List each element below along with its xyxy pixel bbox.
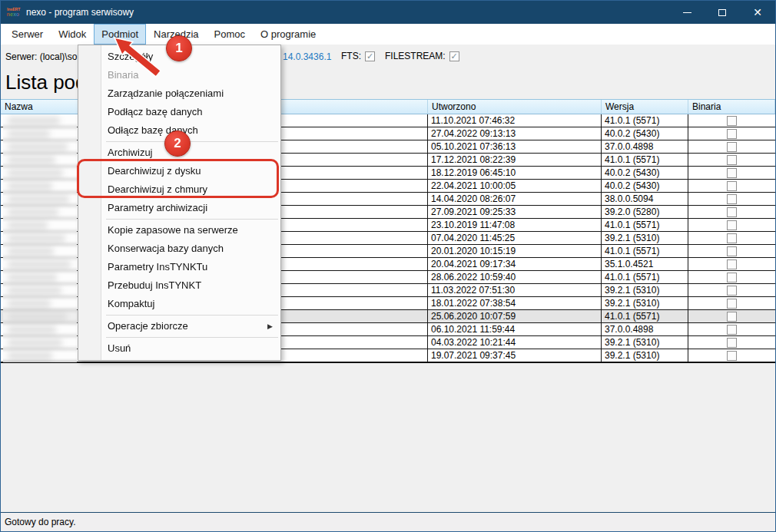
cell-wersja: 40.0.2 (5430)	[602, 127, 688, 140]
cell-binaria	[688, 284, 775, 296]
blurred-name	[8, 222, 48, 229]
menu-item-parametry-archiwizacji[interactable]: Parametry archiwizacji	[78, 199, 280, 217]
cell-utworzono: 22.04.2021 10:00:05	[428, 180, 602, 192]
menubar-item-widok[interactable]: Widok	[51, 24, 94, 45]
fts-checkbox[interactable]: ✓	[365, 51, 375, 61]
column-header-utworzono[interactable]: Utworzono	[428, 100, 602, 114]
annotation-highlight-box	[77, 159, 279, 198]
sql-version: 14.0.3436.1	[283, 51, 331, 62]
minimize-button[interactable]	[669, 1, 705, 24]
cell-binaria	[688, 193, 775, 205]
blurred-name	[8, 313, 67, 320]
blurred-name	[8, 157, 55, 164]
binaria-checkbox[interactable]	[727, 155, 737, 165]
cell-utworzono: 14.04.2020 08:26:07	[428, 193, 602, 205]
binaria-checkbox[interactable]	[727, 286, 737, 296]
menu-separator	[106, 219, 278, 220]
column-header-binaria[interactable]: Binaria	[688, 100, 775, 114]
menu-item-kompaktuj[interactable]: Kompaktuj	[78, 295, 280, 313]
maximize-button[interactable]	[705, 1, 740, 24]
blurred-name	[8, 300, 51, 307]
binaria-checkbox[interactable]	[727, 273, 737, 283]
cell-utworzono: 25.06.2020 10:07:59	[428, 310, 602, 322]
menu-item-usuń[interactable]: Usuń	[78, 339, 280, 358]
cell-binaria	[688, 297, 775, 309]
cell-binaria	[688, 336, 775, 349]
menubar-item-o-programie[interactable]: O programie	[253, 24, 323, 45]
menubar-item-pomoc[interactable]: Pomoc	[207, 24, 253, 45]
blurred-name	[8, 196, 69, 203]
annotation-arrow-icon	[108, 31, 170, 85]
cell-wersja: 41.0.1 (5571)	[602, 154, 688, 166]
server-label: Serwer: (local)\so	[5, 51, 78, 62]
blurred-name	[8, 274, 57, 281]
binaria-checkbox[interactable]	[727, 181, 737, 191]
cell-wersja: 41.0.1 (5571)	[602, 271, 688, 283]
cell-utworzono: 28.06.2022 10:59:40	[428, 271, 602, 283]
cell-wersja: 39.2.1 (5310)	[602, 284, 688, 296]
binaria-checkbox[interactable]	[727, 259, 737, 269]
blurred-name	[8, 339, 62, 346]
column-header-wersja[interactable]: Wersja	[602, 100, 688, 114]
cell-binaria	[688, 258, 775, 270]
cell-binaria	[688, 349, 775, 362]
menu-item-konserwacja-bazy-danych[interactable]: Konserwacja bazy danych	[78, 240, 280, 258]
cell-wersja: 37.0.0.4898	[602, 323, 688, 335]
cell-utworzono: 18.12.2019 06:45:10	[428, 167, 602, 179]
annotation-step-2: 2	[164, 131, 191, 157]
binaria-checkbox[interactable]	[727, 246, 737, 256]
cell-utworzono: 11.03.2022 07:51:30	[428, 284, 602, 296]
binaria-checkbox[interactable]	[727, 142, 737, 152]
binaria-checkbox[interactable]	[727, 116, 737, 126]
fts-flag: FTS: ✓	[341, 51, 375, 61]
binaria-checkbox[interactable]	[727, 129, 737, 139]
cell-binaria	[688, 232, 775, 244]
status-text: Gotowy do pracy.	[5, 517, 75, 527]
menu-item-przebuduj-instynkt[interactable]: Przebuduj InsTYNKT	[78, 276, 280, 295]
binaria-checkbox[interactable]	[727, 338, 737, 348]
cell-binaria	[688, 219, 775, 231]
binaria-checkbox[interactable]	[727, 233, 737, 243]
menu-item-operacje-zbiorcze[interactable]: Operacje zbiorcze▶	[78, 317, 280, 335]
binaria-checkbox[interactable]	[727, 299, 737, 309]
menu-separator	[106, 315, 278, 316]
menu-item-kopie-zapasowe-na-serwerze[interactable]: Kopie zapasowe na serwerze	[78, 221, 280, 240]
menubar-item-serwer[interactable]: Serwer	[4, 24, 51, 45]
binaria-checkbox[interactable]	[727, 220, 737, 230]
cell-binaria	[688, 154, 775, 166]
podmiot-dropdown-menu: SzczegółyBinariaZarządzanie połączeniami…	[78, 45, 281, 361]
binaria-checkbox[interactable]	[727, 207, 737, 217]
blurred-name	[8, 248, 54, 255]
window-controls: ✕	[669, 1, 775, 24]
binaria-checkbox[interactable]	[727, 168, 737, 178]
binaria-checkbox[interactable]	[727, 194, 737, 204]
menu-item-zarządzanie-połączeniami[interactable]: Zarządzanie połączeniami	[78, 84, 280, 103]
cell-utworzono: 05.10.2021 07:36:13	[428, 140, 602, 153]
cell-binaria	[688, 310, 775, 322]
maximize-icon	[718, 9, 726, 16]
cell-utworzono: 06.10.2021 11:59:44	[428, 323, 602, 335]
titlebar: InsERT nexo nexo - program serwisowy ✕	[1, 1, 775, 24]
blurred-name	[8, 131, 50, 137]
minimize-icon	[683, 12, 691, 13]
app-logo-icon: InsERT nexo	[7, 6, 21, 18]
binaria-checkbox[interactable]	[727, 351, 737, 361]
cell-binaria	[688, 206, 775, 218]
blurred-name	[8, 144, 68, 150]
binaria-checkbox[interactable]	[727, 312, 737, 322]
cell-wersja: 39.2.1 (5310)	[602, 232, 688, 244]
cell-binaria	[688, 271, 775, 283]
window-title: nexo - program serwisowy	[26, 7, 669, 18]
cell-utworzono: 17.12.2021 08:22:39	[428, 154, 602, 166]
cell-binaria	[688, 114, 775, 127]
blurred-name	[8, 261, 71, 268]
menu-item-podłącz-bazę-danych[interactable]: Podłącz bazę danych	[78, 103, 280, 121]
cell-wersja: 40.0.2 (5430)	[602, 180, 688, 192]
cell-utworzono: 20.01.2020 10:15:19	[428, 245, 602, 257]
filestream-checkbox[interactable]: ✓	[449, 51, 459, 61]
cell-wersja: 37.0.0.4898	[602, 140, 688, 153]
close-button[interactable]: ✕	[740, 1, 775, 24]
menu-item-parametry-instynktu[interactable]: Parametry InsTYNKTu	[78, 258, 280, 276]
binaria-checkbox[interactable]	[727, 325, 737, 335]
cell-utworzono: 20.04.2021 09:17:34	[428, 258, 602, 270]
